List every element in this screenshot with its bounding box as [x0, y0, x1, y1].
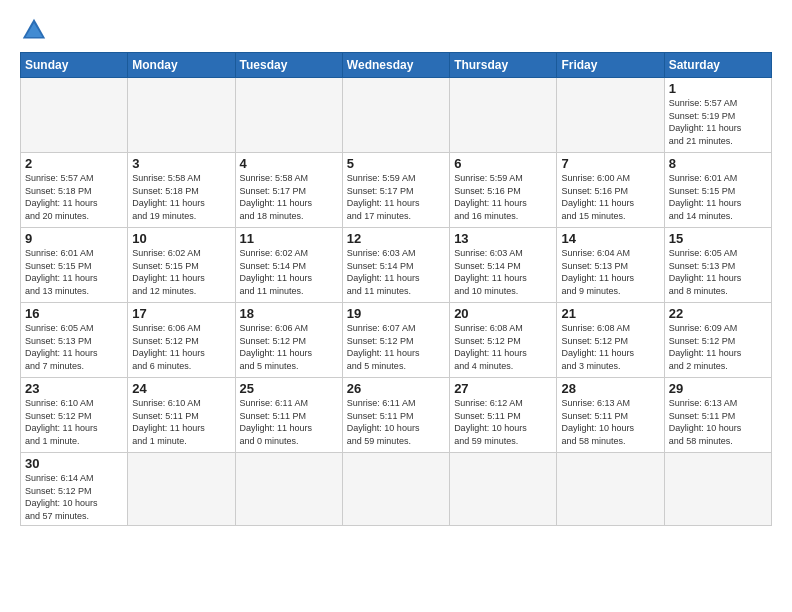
calendar-cell: 19Sunrise: 6:07 AM Sunset: 5:12 PM Dayli…: [342, 303, 449, 378]
weekday-header-wednesday: Wednesday: [342, 53, 449, 78]
cell-info: Sunrise: 6:13 AM Sunset: 5:11 PM Dayligh…: [669, 397, 767, 447]
calendar-cell: 16Sunrise: 6:05 AM Sunset: 5:13 PM Dayli…: [21, 303, 128, 378]
cell-info: Sunrise: 6:00 AM Sunset: 5:16 PM Dayligh…: [561, 172, 659, 222]
calendar-cell: 18Sunrise: 6:06 AM Sunset: 5:12 PM Dayli…: [235, 303, 342, 378]
calendar-cell: [664, 453, 771, 526]
cell-info: Sunrise: 6:05 AM Sunset: 5:13 PM Dayligh…: [25, 322, 123, 372]
cell-info: Sunrise: 6:09 AM Sunset: 5:12 PM Dayligh…: [669, 322, 767, 372]
cell-info: Sunrise: 6:03 AM Sunset: 5:14 PM Dayligh…: [347, 247, 445, 297]
weekday-header-monday: Monday: [128, 53, 235, 78]
cell-info: Sunrise: 5:57 AM Sunset: 5:19 PM Dayligh…: [669, 97, 767, 147]
weekday-header-friday: Friday: [557, 53, 664, 78]
day-number: 7: [561, 156, 659, 171]
calendar-cell: 24Sunrise: 6:10 AM Sunset: 5:11 PM Dayli…: [128, 378, 235, 453]
cell-info: Sunrise: 6:13 AM Sunset: 5:11 PM Dayligh…: [561, 397, 659, 447]
calendar-cell: 8Sunrise: 6:01 AM Sunset: 5:15 PM Daylig…: [664, 153, 771, 228]
cell-info: Sunrise: 6:07 AM Sunset: 5:12 PM Dayligh…: [347, 322, 445, 372]
calendar-cell: 21Sunrise: 6:08 AM Sunset: 5:12 PM Dayli…: [557, 303, 664, 378]
day-number: 11: [240, 231, 338, 246]
day-number: 10: [132, 231, 230, 246]
cell-info: Sunrise: 6:02 AM Sunset: 5:15 PM Dayligh…: [132, 247, 230, 297]
cell-info: Sunrise: 5:58 AM Sunset: 5:17 PM Dayligh…: [240, 172, 338, 222]
day-number: 25: [240, 381, 338, 396]
calendar-week-row: 1Sunrise: 5:57 AM Sunset: 5:19 PM Daylig…: [21, 78, 772, 153]
calendar-cell: [557, 78, 664, 153]
calendar-cell: 22Sunrise: 6:09 AM Sunset: 5:12 PM Dayli…: [664, 303, 771, 378]
calendar-cell: 4Sunrise: 5:58 AM Sunset: 5:17 PM Daylig…: [235, 153, 342, 228]
calendar-cell: [235, 453, 342, 526]
calendar-cell: [342, 78, 449, 153]
calendar-cell: 30Sunrise: 6:14 AM Sunset: 5:12 PM Dayli…: [21, 453, 128, 526]
cell-info: Sunrise: 5:59 AM Sunset: 5:16 PM Dayligh…: [454, 172, 552, 222]
calendar-week-row: 23Sunrise: 6:10 AM Sunset: 5:12 PM Dayli…: [21, 378, 772, 453]
calendar-cell: 3Sunrise: 5:58 AM Sunset: 5:18 PM Daylig…: [128, 153, 235, 228]
calendar-table: SundayMondayTuesdayWednesdayThursdayFrid…: [20, 52, 772, 526]
cell-info: Sunrise: 6:04 AM Sunset: 5:13 PM Dayligh…: [561, 247, 659, 297]
calendar-cell: 28Sunrise: 6:13 AM Sunset: 5:11 PM Dayli…: [557, 378, 664, 453]
header: [20, 16, 772, 44]
weekday-header-tuesday: Tuesday: [235, 53, 342, 78]
day-number: 22: [669, 306, 767, 321]
cell-info: Sunrise: 5:59 AM Sunset: 5:17 PM Dayligh…: [347, 172, 445, 222]
calendar-week-row: 2Sunrise: 5:57 AM Sunset: 5:18 PM Daylig…: [21, 153, 772, 228]
calendar-cell: 17Sunrise: 6:06 AM Sunset: 5:12 PM Dayli…: [128, 303, 235, 378]
cell-info: Sunrise: 6:11 AM Sunset: 5:11 PM Dayligh…: [240, 397, 338, 447]
calendar-cell: 2Sunrise: 5:57 AM Sunset: 5:18 PM Daylig…: [21, 153, 128, 228]
calendar-cell: 15Sunrise: 6:05 AM Sunset: 5:13 PM Dayli…: [664, 228, 771, 303]
day-number: 6: [454, 156, 552, 171]
calendar-week-row: 30Sunrise: 6:14 AM Sunset: 5:12 PM Dayli…: [21, 453, 772, 526]
cell-info: Sunrise: 6:08 AM Sunset: 5:12 PM Dayligh…: [561, 322, 659, 372]
calendar-cell: 12Sunrise: 6:03 AM Sunset: 5:14 PM Dayli…: [342, 228, 449, 303]
day-number: 12: [347, 231, 445, 246]
calendar-cell: [342, 453, 449, 526]
cell-info: Sunrise: 6:14 AM Sunset: 5:12 PM Dayligh…: [25, 472, 123, 522]
day-number: 29: [669, 381, 767, 396]
day-number: 4: [240, 156, 338, 171]
day-number: 3: [132, 156, 230, 171]
day-number: 18: [240, 306, 338, 321]
cell-info: Sunrise: 6:10 AM Sunset: 5:11 PM Dayligh…: [132, 397, 230, 447]
calendar-cell: 13Sunrise: 6:03 AM Sunset: 5:14 PM Dayli…: [450, 228, 557, 303]
calendar-cell: [450, 453, 557, 526]
logo: [20, 16, 56, 44]
calendar-cell: [128, 453, 235, 526]
cell-info: Sunrise: 6:03 AM Sunset: 5:14 PM Dayligh…: [454, 247, 552, 297]
page: SundayMondayTuesdayWednesdayThursdayFrid…: [0, 0, 792, 612]
day-number: 14: [561, 231, 659, 246]
calendar-cell: 7Sunrise: 6:00 AM Sunset: 5:16 PM Daylig…: [557, 153, 664, 228]
calendar-cell: 29Sunrise: 6:13 AM Sunset: 5:11 PM Dayli…: [664, 378, 771, 453]
day-number: 19: [347, 306, 445, 321]
day-number: 13: [454, 231, 552, 246]
day-number: 23: [25, 381, 123, 396]
logo-icon: [20, 16, 48, 44]
day-number: 9: [25, 231, 123, 246]
cell-info: Sunrise: 5:57 AM Sunset: 5:18 PM Dayligh…: [25, 172, 123, 222]
calendar-cell: 20Sunrise: 6:08 AM Sunset: 5:12 PM Dayli…: [450, 303, 557, 378]
cell-info: Sunrise: 6:05 AM Sunset: 5:13 PM Dayligh…: [669, 247, 767, 297]
calendar-cell: 5Sunrise: 5:59 AM Sunset: 5:17 PM Daylig…: [342, 153, 449, 228]
day-number: 5: [347, 156, 445, 171]
calendar-cell: 1Sunrise: 5:57 AM Sunset: 5:19 PM Daylig…: [664, 78, 771, 153]
day-number: 16: [25, 306, 123, 321]
calendar-cell: 6Sunrise: 5:59 AM Sunset: 5:16 PM Daylig…: [450, 153, 557, 228]
day-number: 27: [454, 381, 552, 396]
day-number: 8: [669, 156, 767, 171]
day-number: 1: [669, 81, 767, 96]
calendar-cell: [128, 78, 235, 153]
weekday-header-saturday: Saturday: [664, 53, 771, 78]
weekday-header-row: SundayMondayTuesdayWednesdayThursdayFrid…: [21, 53, 772, 78]
cell-info: Sunrise: 6:02 AM Sunset: 5:14 PM Dayligh…: [240, 247, 338, 297]
day-number: 24: [132, 381, 230, 396]
day-number: 30: [25, 456, 123, 471]
calendar-week-row: 9Sunrise: 6:01 AM Sunset: 5:15 PM Daylig…: [21, 228, 772, 303]
calendar-cell: 25Sunrise: 6:11 AM Sunset: 5:11 PM Dayli…: [235, 378, 342, 453]
calendar-cell: 11Sunrise: 6:02 AM Sunset: 5:14 PM Dayli…: [235, 228, 342, 303]
weekday-header-sunday: Sunday: [21, 53, 128, 78]
cell-info: Sunrise: 6:12 AM Sunset: 5:11 PM Dayligh…: [454, 397, 552, 447]
calendar-cell: 9Sunrise: 6:01 AM Sunset: 5:15 PM Daylig…: [21, 228, 128, 303]
day-number: 26: [347, 381, 445, 396]
calendar-week-row: 16Sunrise: 6:05 AM Sunset: 5:13 PM Dayli…: [21, 303, 772, 378]
day-number: 2: [25, 156, 123, 171]
calendar-cell: [21, 78, 128, 153]
day-number: 21: [561, 306, 659, 321]
